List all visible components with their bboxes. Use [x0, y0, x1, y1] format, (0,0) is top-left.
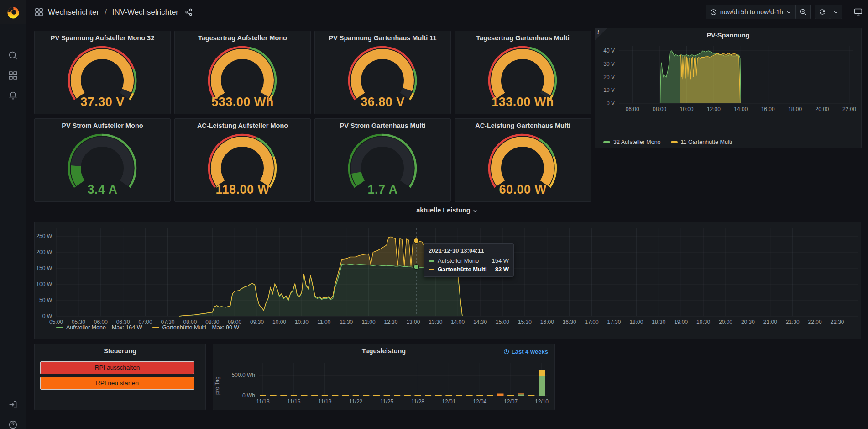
svg-text:11/16: 11/16	[287, 398, 300, 405]
svg-text:19:00: 19:00	[674, 319, 688, 325]
svg-text:18:00: 18:00	[629, 319, 643, 325]
svg-text:40 V: 40 V	[603, 48, 615, 54]
svg-text:09:30: 09:30	[250, 319, 264, 325]
gauge-arc	[337, 46, 428, 102]
legend-item[interactable]: 32 Aufsteller Mono	[603, 139, 661, 145]
panel-title[interactable]: PV Spannung Gartenhaus Multi 11	[315, 31, 450, 45]
svg-text:22:00: 22:00	[808, 319, 822, 325]
pv-spannung-chart[interactable]: 06:0008:0010:0012:0014:0016:0018:0020:00…	[595, 28, 861, 148]
series-color-dash	[152, 327, 159, 328]
row-header-aktuelle-leistung[interactable]: aktuelle Leistung	[26, 207, 868, 214]
svg-text:11/13: 11/13	[256, 398, 269, 405]
legend-label: Aufsteller Mono	[66, 324, 106, 331]
gauge-panel-ac-leistung-gartenhaus: AC-Leistung Gartenhaus Multi 60.00 W	[455, 118, 591, 202]
gauge-arc	[477, 133, 568, 190]
bell-icon	[8, 91, 18, 101]
svg-text:12/10: 12/10	[535, 398, 549, 405]
svg-text:12:00: 12:00	[362, 319, 376, 325]
series-color-dash	[671, 141, 678, 143]
breadcrumb-dashboard[interactable]: INV-Wechselrichter	[112, 8, 178, 17]
tagesleistung-chart[interactable]: 0 Wh500.0 Wh11/1311/1611/1911/2211/2511/…	[213, 344, 554, 410]
gauge-panel-tagesertrag-aufsteller: Tagesertrag Aufsteller Mono 533.00 Wh	[174, 31, 311, 114]
tooltip-series-value: 82 W	[495, 266, 509, 273]
svg-text:21:30: 21:30	[786, 319, 800, 325]
panel-title[interactable]: Steuerung	[35, 344, 205, 358]
svg-text:13:30: 13:30	[429, 319, 442, 325]
sidebar-item-alerting[interactable]	[8, 91, 18, 101]
refresh-icon	[819, 8, 826, 16]
refresh-interval-dropdown[interactable]	[830, 5, 842, 19]
svg-text:13:00: 13:00	[406, 319, 420, 325]
svg-text:50 W: 50 W	[39, 297, 52, 303]
tooltip-timestamp: 2021-12-10 13:04:11	[429, 247, 509, 254]
svg-text:12/07: 12/07	[504, 398, 518, 405]
gauge-arc	[57, 133, 148, 190]
zoom-out-button[interactable]	[796, 5, 811, 19]
svg-text:10:00: 10:00	[272, 319, 286, 325]
apps-icon	[35, 8, 43, 16]
svg-text:14:00: 14:00	[451, 319, 465, 325]
svg-text:11/25: 11/25	[380, 398, 393, 405]
svg-text:20 V: 20 V	[603, 74, 615, 80]
breadcrumb: Wechselrichter / INV-Wechselrichter	[35, 0, 193, 24]
svg-text:16:30: 16:30	[563, 319, 576, 325]
panel-title[interactable]: PV Strom Aufsteller Mono	[35, 119, 170, 132]
gauge-arc	[57, 46, 148, 102]
gauge-arc	[337, 133, 428, 190]
panel-title[interactable]: AC-Leistung Gartenhaus Multi	[455, 119, 591, 132]
panel-title[interactable]: AC-Leistung Aufsteller Mono	[175, 119, 310, 132]
nav-toolbar: now/d+5h to now/d-1h	[706, 5, 864, 19]
svg-text:100 W: 100 W	[36, 281, 52, 287]
dashboards-icon	[8, 71, 18, 80]
sidebar-item-search[interactable]	[8, 51, 18, 61]
sidebar	[0, 24, 26, 429]
gauge-value: 1.7 A	[315, 183, 450, 197]
refresh-button[interactable]	[815, 5, 830, 19]
gauge-value: 118.00 W	[175, 183, 310, 197]
sidebar-item-help[interactable]	[8, 420, 18, 429]
svg-text:150 W: 150 W	[36, 265, 52, 271]
svg-text:200 W: 200 W	[36, 249, 52, 255]
svg-text:11/22: 11/22	[349, 398, 362, 405]
svg-text:17:00: 17:00	[585, 319, 599, 325]
tooltip-row: Aufsteller Mono 154 W	[429, 257, 509, 264]
share-icon[interactable]	[185, 8, 193, 16]
aktuelle-leistung-chart[interactable]: 05:0005:3006:0006:3007:0007:3008:0008:30…	[35, 222, 861, 339]
search-icon	[8, 51, 18, 60]
grafana-logo[interactable]	[0, 0, 26, 24]
legend-item[interactable]: Aufsteller Mono Max: 164 W	[56, 324, 142, 331]
top-nav: Wechselrichter / INV-Wechselrichter now/…	[0, 0, 868, 24]
rpi-ausschalten-button[interactable]: RPI ausschalten	[40, 361, 194, 374]
gauge-arc	[477, 46, 568, 102]
cycle-view-button[interactable]	[852, 8, 864, 16]
svg-text:12:30: 12:30	[384, 319, 397, 325]
svg-text:19:30: 19:30	[696, 319, 710, 325]
grafana-dashboard: { "topnav": { "breadcrumb": {"section": …	[0, 0, 868, 429]
sidebar-item-dashboards[interactable]	[8, 71, 18, 81]
gauge-value: 533.00 Wh	[175, 95, 310, 109]
rpi-neu-starten-button[interactable]: RPI neu starten	[40, 377, 194, 390]
legend-item[interactable]: Gartenhütte Multi Max: 90 W	[152, 324, 240, 331]
gauge-value: 37.30 V	[35, 95, 170, 109]
svg-text:15:00: 15:00	[496, 319, 509, 325]
tagesleistung-panel: Tagesleistung Last 4 weeks pro Tag 0 Wh5…	[213, 344, 555, 410]
panel-title[interactable]: PV Strom Gartenhaus Multi	[315, 119, 450, 132]
svg-text:14:30: 14:30	[473, 319, 487, 325]
panel-title[interactable]: Tagesertrag Aufsteller Mono	[175, 31, 310, 45]
legend-item[interactable]: 11 Gartenhütte Multi	[671, 139, 732, 145]
gauge-value: 3.4 A	[35, 183, 170, 197]
svg-text:06:00: 06:00	[626, 106, 639, 112]
gauge-panel-tagesertrag-gartenhaus: Tagesertrag Gartenhaus Multi 133.00 Wh	[455, 31, 591, 114]
panel-title[interactable]: PV Spannung Aufsteller Mono 32	[35, 31, 170, 45]
chevron-down-icon	[833, 10, 838, 15]
monitor-icon	[854, 8, 863, 16]
breadcrumb-folder[interactable]: Wechselrichter	[48, 8, 99, 17]
sidebar-item-sign-in[interactable]	[8, 400, 18, 410]
svg-text:16:00: 16:00	[540, 319, 554, 325]
gauge-arc	[197, 133, 288, 190]
time-range-picker[interactable]: now/d+5h to now/d-1h	[706, 5, 796, 19]
svg-text:18:00: 18:00	[788, 106, 802, 112]
svg-text:18:30: 18:30	[652, 319, 665, 325]
gauge-panel-pv-strom-aufsteller: PV Strom Aufsteller Mono 3.4 A	[34, 118, 171, 202]
panel-title[interactable]: Tagesertrag Gartenhaus Multi	[455, 31, 591, 45]
